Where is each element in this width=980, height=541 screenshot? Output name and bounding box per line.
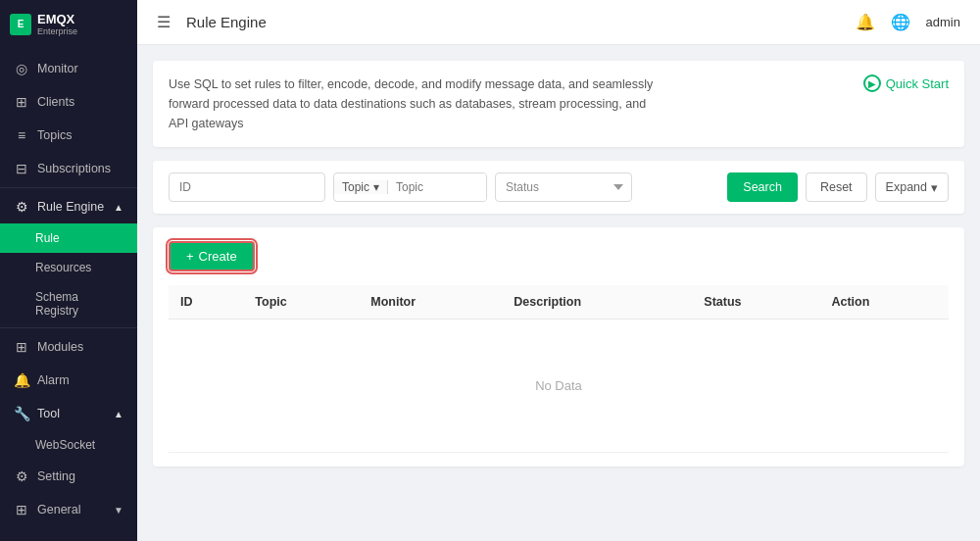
chevron-down-icon: ▼ <box>114 505 123 516</box>
col-topic: Topic <box>243 285 359 320</box>
sidebar-item-general[interactable]: ⊞ General ▼ <box>0 493 137 526</box>
chevron-up-icon: ▲ <box>114 409 123 419</box>
menu-toggle-icon[interactable]: ☰ <box>157 13 171 31</box>
divider <box>0 187 137 188</box>
modules-icon: ⊞ <box>14 339 29 355</box>
info-text: Use SQL to set rules to filter, encode, … <box>169 74 659 133</box>
filter-row: Topic ▾ Status Enabled Disabled Search R… <box>153 161 964 214</box>
sidebar-item-label: Modules <box>37 340 83 354</box>
table-body: No Data <box>169 320 949 453</box>
user-menu[interactable]: admin <box>926 15 960 29</box>
header-right: 🔔 🌐 admin <box>856 13 960 31</box>
sidebar-item-setting[interactable]: ⚙ Setting <box>0 460 137 493</box>
sidebar-item-monitor[interactable]: ◎ Monitor <box>0 52 137 85</box>
quick-start-button[interactable]: ▶ Quick Start <box>863 74 949 92</box>
rules-table: ID Topic Monitor Description Status Acti… <box>169 285 949 453</box>
sidebar-item-topics[interactable]: ≡ Topics <box>0 119 137 152</box>
reset-button[interactable]: Reset <box>806 172 867 202</box>
sidebar-item-label: General <box>37 503 80 516</box>
sidebar-item-tool[interactable]: 🔧 Tool ▲ <box>0 397 137 430</box>
schema-registry-label: Schema Registry <box>35 290 123 318</box>
logo: E EMQX Enterprise <box>0 0 137 48</box>
sidebar-item-schema-registry[interactable]: Schema Registry <box>0 282 137 325</box>
chevron-down-icon: ▾ <box>373 180 379 194</box>
sidebar-item-label: Topics <box>37 128 72 142</box>
sidebar-item-label: Setting <box>37 469 75 483</box>
sidebar-nav: ◎ Monitor ⊞ Clients ≡ Topics ⊟ Subscript… <box>0 48 137 541</box>
general-icon: ⊞ <box>14 502 29 517</box>
col-action: Action <box>819 285 949 320</box>
col-monitor: Monitor <box>359 285 502 320</box>
sidebar-item-modules[interactable]: ⊞ Modules <box>0 330 137 364</box>
sidebar-item-label: Subscriptions <box>37 162 111 175</box>
resources-label: Resources <box>35 261 91 274</box>
subscriptions-icon: ⊟ <box>14 161 29 176</box>
id-input[interactable] <box>169 172 325 202</box>
topics-icon: ≡ <box>14 127 29 143</box>
sidebar-item-label: Tool <box>37 407 60 420</box>
topic-filter-group: Topic ▾ <box>333 172 487 202</box>
rule-label: Rule <box>35 231 60 245</box>
sidebar-item-label: Alarm <box>37 373 70 387</box>
logo-text: EMQX Enterprise <box>37 12 77 36</box>
sidebar-item-rule[interactable]: Rule <box>0 223 137 253</box>
page-content: Use SQL to set rules to filter, encode, … <box>137 45 980 541</box>
logo-icon: E <box>10 14 31 35</box>
websocket-label: WebSocket <box>35 438 95 452</box>
col-status: Status <box>692 285 819 320</box>
monitor-icon: ◎ <box>14 61 29 76</box>
topic-dropdown-label: Topic <box>342 180 369 194</box>
page-title: Rule Engine <box>186 14 267 30</box>
alarm-icon: 🔔 <box>14 372 29 388</box>
no-data-row: No Data <box>169 320 949 453</box>
sidebar-item-label: Monitor <box>37 62 78 75</box>
filter-actions: Search Reset Expand ▾ <box>727 172 949 202</box>
setting-icon: ⚙ <box>14 468 29 484</box>
quick-start-icon: ▶ <box>863 74 881 92</box>
quick-start-label: Quick Start <box>886 76 949 91</box>
sidebar-item-alarm[interactable]: 🔔 Alarm <box>0 364 137 397</box>
sidebar-item-websocket[interactable]: WebSocket <box>0 430 137 460</box>
logo-subtitle: Enterprise <box>37 26 77 36</box>
tool-icon: 🔧 <box>14 406 29 421</box>
sidebar-item-rule-engine[interactable]: ⚙ Rule Engine ▲ <box>0 190 137 223</box>
chevron-down-icon: ▾ <box>931 180 938 195</box>
status-select[interactable]: Status Enabled Disabled <box>495 172 632 202</box>
sidebar: E EMQX Enterprise ◎ Monitor ⊞ Clients ≡ … <box>0 0 137 541</box>
col-description: Description <box>502 285 692 320</box>
create-btn-wrap: + Create <box>169 241 949 271</box>
chevron-up-icon: ▲ <box>114 202 123 213</box>
header: ☰ Rule Engine 🔔 🌐 admin <box>137 0 980 45</box>
info-box: Use SQL to set rules to filter, encode, … <box>153 61 964 147</box>
expand-button[interactable]: Expand ▾ <box>875 172 949 202</box>
topic-dropdown[interactable]: Topic ▾ <box>334 180 388 194</box>
divider <box>0 327 137 328</box>
clients-icon: ⊞ <box>14 94 29 110</box>
no-data-message: No Data <box>169 320 949 453</box>
topic-input[interactable] <box>388 173 486 201</box>
sidebar-item-label: Clients <box>37 95 74 109</box>
expand-label: Expand <box>886 180 927 194</box>
plus-icon: + <box>186 249 194 264</box>
bell-icon[interactable]: 🔔 <box>856 13 875 31</box>
create-button[interactable]: + Create <box>169 241 255 271</box>
col-id: ID <box>169 285 243 320</box>
create-button-inner: + Create <box>186 249 237 264</box>
rule-engine-icon: ⚙ <box>14 199 29 215</box>
create-label: Create <box>199 249 237 264</box>
sidebar-item-clients[interactable]: ⊞ Clients <box>0 85 137 119</box>
sidebar-item-label: Rule Engine <box>37 200 104 214</box>
sidebar-item-subscriptions[interactable]: ⊟ Subscriptions <box>0 152 137 185</box>
search-button[interactable]: Search <box>727 172 798 202</box>
sidebar-item-resources[interactable]: Resources <box>0 253 137 282</box>
table-area: + Create ID Topic Monitor Description St… <box>153 227 964 467</box>
globe-icon[interactable]: 🌐 <box>891 13 910 31</box>
table-header: ID Topic Monitor Description Status Acti… <box>169 285 949 320</box>
logo-name: EMQX <box>37 12 77 26</box>
main-content: ☰ Rule Engine 🔔 🌐 admin Use SQL to set r… <box>137 0 980 541</box>
